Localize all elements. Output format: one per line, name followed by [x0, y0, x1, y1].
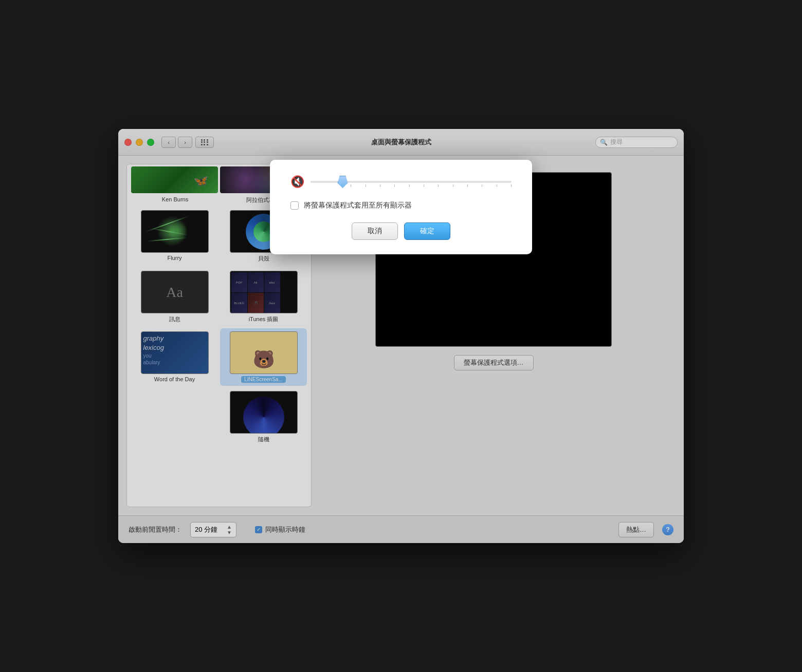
apply-all-displays-label: 將螢幕保護程式套用至所有顯示器	[304, 201, 412, 210]
dialog-buttons: 取消 確定	[290, 222, 512, 240]
dialog-checkbox-row: 將螢幕保護程式套用至所有顯示器	[290, 201, 512, 210]
dialog-overlay: 🔇	[118, 129, 684, 543]
cancel-button[interactable]: 取消	[352, 222, 398, 240]
dialog: 🔇	[270, 160, 532, 254]
volume-row: 🔇	[290, 175, 512, 189]
main-window: ‹ › 桌面與螢幕保護程式 🔍 搜尋 Ken Burns	[118, 129, 684, 543]
apply-all-displays-checkbox[interactable]	[290, 201, 299, 210]
volume-slider-thumb[interactable]	[338, 176, 348, 188]
mute-icon: 🔇	[290, 175, 304, 189]
slider-ticks	[351, 184, 512, 187]
confirm-button[interactable]: 確定	[404, 222, 450, 240]
volume-slider-track[interactable]	[311, 181, 512, 183]
